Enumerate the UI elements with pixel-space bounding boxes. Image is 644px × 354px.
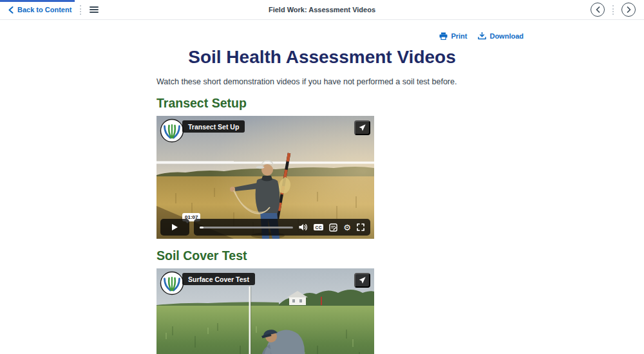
dotted-divider <box>612 5 614 15</box>
intro-text: Watch these short demonstration videos i… <box>156 77 517 86</box>
video-controls: CC ⚙ <box>160 219 370 236</box>
share-button[interactable] <box>354 120 370 135</box>
fullscreen-icon <box>357 223 365 231</box>
settings-button[interactable]: ⚙ <box>343 223 351 232</box>
video-title-badge: Surface Cover Test <box>182 273 255 285</box>
volume-button[interactable] <box>299 223 308 231</box>
section-heading-soil-cover-test: Soil Cover Test <box>156 248 644 263</box>
seek-bar[interactable] <box>200 227 293 228</box>
chevron-left-icon <box>596 6 600 13</box>
fullscreen-button[interactable] <box>357 223 365 231</box>
back-to-content-link[interactable]: Back to Content <box>8 6 71 14</box>
transcript-icon <box>329 223 337 232</box>
video-player-transect-setup[interactable]: Transect Set Up 01:07 <box>156 116 374 239</box>
control-bar: CC ⚙ <box>194 219 370 236</box>
paper-plane-share-icon <box>358 276 366 284</box>
printer-icon <box>439 32 448 40</box>
chevron-right-icon <box>627 6 631 13</box>
topbar-right-group <box>591 3 644 17</box>
cc-icon: CC <box>314 224 323 230</box>
print-label: Print <box>451 32 467 40</box>
closed-captions-button[interactable]: CC <box>314 224 323 230</box>
dotted-divider <box>80 5 81 15</box>
download-label: Download <box>489 32 524 40</box>
lesson-progress-bar <box>0 0 75 2</box>
section-heading-transect-setup: Transect Setup <box>156 96 644 111</box>
speaker-icon <box>299 223 308 231</box>
paper-plane-share-icon <box>358 124 366 132</box>
download-button[interactable]: Download <box>478 32 524 40</box>
hamburger-icon <box>90 5 99 14</box>
chevron-left-icon <box>8 6 14 14</box>
share-button[interactable] <box>354 273 370 288</box>
next-lesson-button[interactable] <box>621 3 636 17</box>
top-navigation-bar: Back to Content Field Work: Assessment V… <box>0 0 644 20</box>
video-title-badge: Transect Set Up <box>182 120 245 133</box>
channel-logo-icon <box>160 271 184 295</box>
seek-bar-progress <box>200 227 204 228</box>
page-title: Soil Health Assessment Videos <box>0 20 644 68</box>
video-player-surface-cover-test[interactable]: Surface Cover Test <box>156 268 374 354</box>
topbar-left-group: Back to Content <box>0 5 99 15</box>
play-button[interactable] <box>160 219 189 236</box>
gear-icon: ⚙ <box>343 223 351 232</box>
print-button[interactable]: Print <box>439 32 467 40</box>
sidebar-menu-button[interactable] <box>90 5 99 14</box>
lesson-content-area: Print Download Soil Health Assessment Vi… <box>0 20 644 354</box>
previous-lesson-button[interactable] <box>591 3 605 17</box>
channel-logo-icon <box>160 118 184 143</box>
document-actions: Print Download <box>439 32 524 40</box>
download-icon <box>478 32 486 40</box>
back-link-label: Back to Content <box>17 6 71 14</box>
transcript-button[interactable] <box>329 223 337 232</box>
play-icon <box>172 224 178 230</box>
